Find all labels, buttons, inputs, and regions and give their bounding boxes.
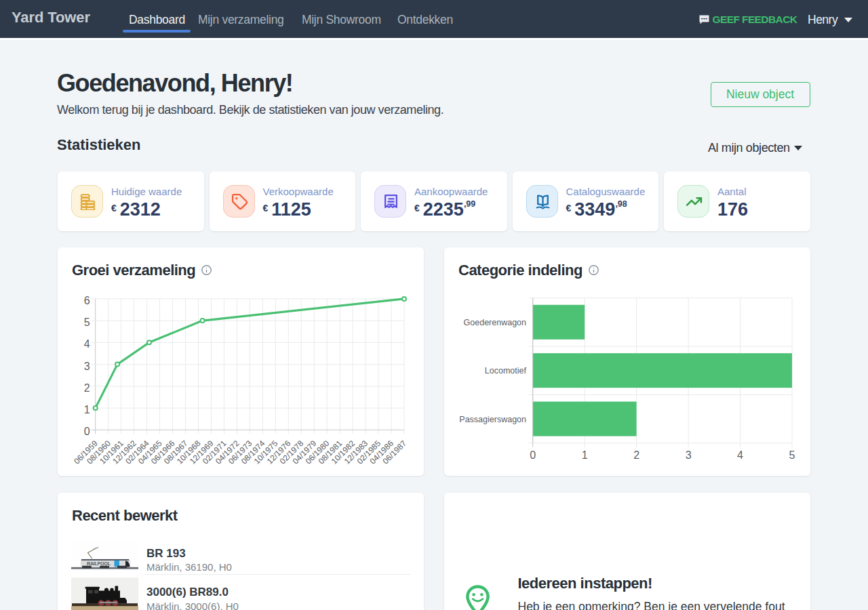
svg-text:0: 0	[84, 426, 90, 437]
svg-text:3: 3	[84, 361, 90, 372]
svg-text:2: 2	[633, 449, 639, 461]
svg-text:4: 4	[737, 449, 743, 461]
svg-text:Passagierswagon: Passagierswagon	[459, 415, 526, 424]
svg-text:6: 6	[84, 295, 90, 306]
svg-text:1: 1	[84, 404, 90, 415]
svg-text:RAILPOOL: RAILPOOL	[87, 561, 111, 567]
svg-text:1: 1	[582, 449, 588, 461]
svg-text:Goederenwagon: Goederenwagon	[464, 318, 526, 327]
svg-text:2: 2	[84, 382, 90, 394]
svg-text:0: 0	[530, 449, 536, 461]
svg-text:5: 5	[84, 317, 90, 328]
svg-text:5: 5	[789, 449, 795, 461]
svg-text:4: 4	[84, 338, 90, 350]
svg-text:3: 3	[686, 449, 692, 461]
svg-text:Locomotief: Locomotief	[485, 366, 527, 375]
